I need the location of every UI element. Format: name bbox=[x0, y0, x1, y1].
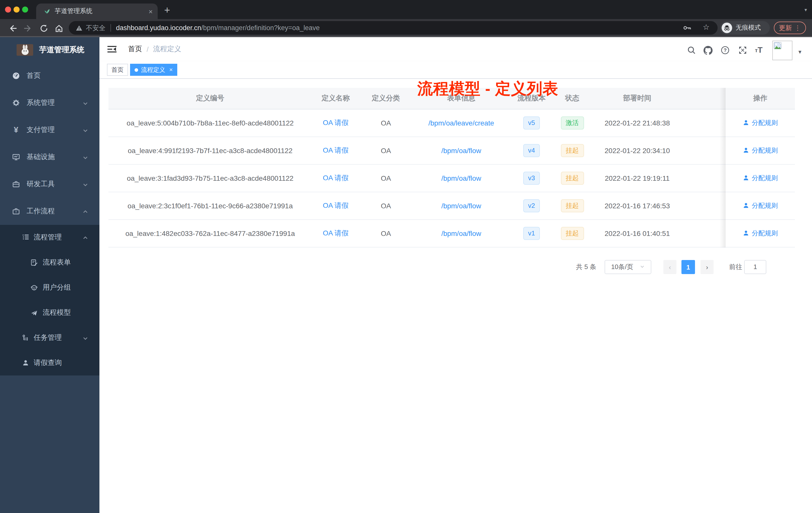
list-tree-icon bbox=[22, 234, 29, 241]
sidebar-item-task-manage[interactable]: 任务管理 bbox=[0, 325, 99, 350]
form-link[interactable]: /bpm/oa/leave/create bbox=[428, 119, 494, 127]
goto-label: 前往 bbox=[729, 260, 742, 274]
breadcrumb-separator: / bbox=[147, 45, 149, 53]
address-bar[interactable]: 不安全 dashboard.yudao.iocoder.cn/bpm/manag… bbox=[69, 21, 718, 35]
tag-process-definition[interactable]: 流程定义 × bbox=[130, 64, 177, 76]
form-link[interactable]: /bpm/oa/flow bbox=[441, 174, 481, 182]
incognito-badge: 无痕模式 bbox=[720, 21, 770, 35]
sidebar-toggle-hamburger-icon[interactable] bbox=[108, 46, 116, 55]
chevron-down-icon bbox=[82, 100, 88, 108]
reload-icon[interactable] bbox=[39, 23, 49, 33]
bookmark-star-icon[interactable]: ☆ bbox=[703, 23, 709, 32]
screen: 芋道管理系统 × + ▾ 不安全 dashboard.yudao.iocoder… bbox=[0, 0, 812, 513]
chevron-down-icon bbox=[82, 154, 88, 162]
sidebar-logo[interactable]: 芋道管理系统 bbox=[0, 37, 99, 62]
update-label[interactable]: 更新 bbox=[779, 23, 792, 32]
tab-search-caret-icon[interactable]: ▾ bbox=[805, 7, 807, 12]
breadcrumb-home[interactable]: 首页 bbox=[128, 45, 142, 54]
definition-name-link[interactable]: OA 请假 bbox=[323, 146, 349, 154]
sidebar-item-process-form[interactable]: 流程表单 bbox=[0, 250, 99, 275]
browser-tab[interactable]: 芋道管理系统 × bbox=[36, 3, 158, 19]
font-size-icon[interactable]: тT bbox=[753, 46, 764, 55]
window-minimize-button[interactable] bbox=[13, 6, 20, 12]
assign-rule-button[interactable]: 分配规则 bbox=[743, 201, 778, 210]
sidebar-item-process-model[interactable]: 流程模型 bbox=[0, 300, 99, 325]
sidebar-item-user-group[interactable]: 用户分组 bbox=[0, 275, 99, 300]
column-header: 定义分类 bbox=[359, 94, 412, 103]
definition-name-link[interactable]: OA 请假 bbox=[323, 174, 349, 182]
breadcrumb-current: 流程定义 bbox=[153, 45, 181, 54]
sidebar-item-leave-query[interactable]: 请假查询 bbox=[0, 350, 99, 375]
definition-name-link[interactable]: OA 请假 bbox=[323, 229, 349, 237]
breadcrumb: 首页 / 流程定义 bbox=[128, 45, 181, 54]
forward-icon[interactable] bbox=[23, 23, 33, 33]
avatar[interactable] bbox=[772, 41, 792, 60]
assign-rule-button[interactable]: 分配规则 bbox=[743, 174, 778, 183]
password-key-icon[interactable] bbox=[683, 24, 692, 33]
tag-home[interactable]: 首页 bbox=[107, 64, 128, 76]
browser-toolbar: 不安全 dashboard.yudao.iocoder.cn/bpm/manag… bbox=[0, 19, 812, 37]
help-icon[interactable]: ? bbox=[721, 46, 730, 55]
goto-page-input[interactable]: 1 bbox=[744, 260, 766, 274]
url-host: dashboard.yudao.iocoder.cn bbox=[116, 24, 201, 32]
sidebar-item-infrastructure[interactable]: 基础设施 bbox=[0, 144, 99, 171]
person-icon bbox=[743, 175, 749, 181]
prev-page-button[interactable]: ‹ bbox=[663, 260, 676, 274]
status-badge: 激活 bbox=[561, 117, 584, 129]
tag-label: 首页 bbox=[112, 65, 123, 74]
sidebar-item-system[interactable]: 系统管理 bbox=[0, 89, 99, 117]
definition-name-link[interactable]: OA 请假 bbox=[323, 118, 349, 126]
column-header: 定义编号 bbox=[109, 94, 312, 103]
security-label[interactable]: 不安全 bbox=[86, 23, 106, 32]
tag-close-icon[interactable]: × bbox=[169, 67, 173, 73]
avatar-caret-icon[interactable]: ▼ bbox=[798, 49, 803, 55]
home-icon[interactable] bbox=[54, 23, 64, 33]
definition-id: oa_leave:1:482ec033-762a-11ec-8477-a2380… bbox=[109, 230, 312, 237]
monitor-icon bbox=[12, 153, 20, 161]
github-icon[interactable] bbox=[703, 46, 713, 55]
security-warning-icon[interactable] bbox=[76, 25, 82, 31]
chevron-down-icon bbox=[82, 335, 88, 343]
browser-menu-dots-icon[interactable]: ⋮ bbox=[794, 24, 801, 32]
annotation-title: 流程模型 - 定义列表 bbox=[417, 78, 558, 99]
deploy-time: 2022-01-16 01:40:51 bbox=[591, 230, 683, 237]
pagination: 共 5 条 10条/页 ‹ 1 › 前往 1 页 bbox=[99, 260, 812, 274]
search-icon[interactable] bbox=[687, 46, 696, 55]
table-row: oa_leave:1:482ec033-762a-11ec-8477-a2380… bbox=[109, 220, 795, 247]
page-size-select[interactable]: 10条/页 bbox=[605, 260, 651, 274]
sidebar-item-label: 支付管理 bbox=[27, 125, 55, 134]
browser-update-button[interactable]: 更新 ⋮ bbox=[774, 22, 806, 34]
form-link[interactable]: /bpm/oa/flow bbox=[441, 147, 481, 155]
sidebar-item-label: 流程管理 bbox=[34, 233, 62, 242]
status-badge: 挂起 bbox=[561, 144, 584, 157]
tags-view: 首页 流程定义 × bbox=[99, 61, 812, 79]
form-link[interactable]: /bpm/oa/flow bbox=[441, 230, 481, 237]
deploy-time: 2022-01-22 19:19:11 bbox=[591, 174, 683, 182]
sidebar-item-process-manage[interactable]: 流程管理 bbox=[0, 225, 99, 250]
definition-id: oa_leave:3:1fad3d93-7b75-11ec-a3c8-acde4… bbox=[109, 174, 312, 182]
assign-rule-button[interactable]: 分配规则 bbox=[743, 146, 778, 155]
incognito-icon bbox=[722, 23, 732, 33]
sidebar-item-home[interactable]: 首页 bbox=[0, 62, 99, 89]
sidebar-item-devtools[interactable]: 研发工具 bbox=[0, 171, 99, 198]
window-close-button[interactable] bbox=[5, 6, 11, 12]
new-tab-button[interactable]: + bbox=[164, 4, 170, 16]
assign-rule-button[interactable]: 分配规则 bbox=[743, 118, 778, 127]
form-link[interactable]: /bpm/oa/flow bbox=[441, 202, 481, 210]
sidebar-item-workflow[interactable]: 工作流程 bbox=[0, 198, 99, 225]
window-zoom-button[interactable] bbox=[22, 6, 28, 12]
next-page-button[interactable]: › bbox=[700, 260, 714, 274]
sidebar-item-payment[interactable]: ¥ 支付管理 bbox=[0, 117, 99, 144]
page-number-button[interactable]: 1 bbox=[682, 260, 695, 274]
definition-table: 定义编号 定义名称 定义分类 表单信息 流程版本 状态 部署时间 操作 oa_l… bbox=[109, 88, 795, 247]
version-badge: v2 bbox=[523, 199, 540, 212]
assign-rule-button[interactable]: 分配规则 bbox=[743, 229, 778, 238]
url-path: /bpm/manager/definition?key=oa_leave bbox=[201, 24, 320, 32]
status-badge: 挂起 bbox=[561, 199, 584, 212]
tab-close-icon[interactable]: × bbox=[149, 8, 153, 15]
fullscreen-icon[interactable] bbox=[738, 46, 747, 55]
table-row: oa_leave:3:1fad3d93-7b75-11ec-a3c8-acde4… bbox=[109, 164, 795, 192]
back-icon[interactable] bbox=[7, 23, 18, 33]
person-icon bbox=[743, 147, 749, 154]
definition-name-link[interactable]: OA 请假 bbox=[323, 201, 349, 209]
